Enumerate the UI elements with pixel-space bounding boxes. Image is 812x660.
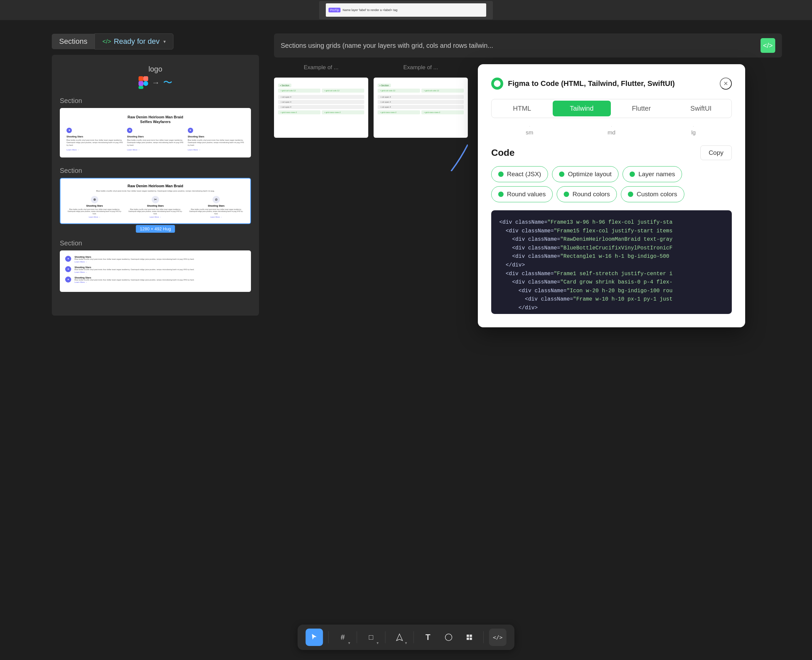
banner-text: Sections using grids (name your layers w… [281, 42, 761, 49]
tab-flutter[interactable]: Flutter [612, 101, 671, 116]
grid-col-row-2b: • grid-col-cols-12 [421, 89, 464, 93]
section-2-desc: Blue bottle crucifix vinyl post-ironic f… [66, 190, 245, 192]
component-tool-button[interactable] [461, 628, 478, 646]
s3-title-1: Shooting Stars [74, 256, 195, 258]
section-tag-1: • Section [278, 84, 291, 87]
s3-row-1: Shooting Stars Blue bottle crucifix viny… [65, 256, 245, 263]
section-1-title: Raw Denim Heirloom Man BraidSelfies Wayf… [66, 115, 244, 124]
example-2-label: Example of ... [374, 64, 468, 71]
bp-lg-label: lg [692, 129, 696, 136]
divider-1 [328, 631, 329, 643]
modal-close-button[interactable]: × [720, 78, 732, 90]
chip-label-custom-colors: Custom colors [636, 190, 677, 198]
ready-for-dev-tab[interactable]: </> Ready for dev ▾ [95, 33, 173, 49]
top-bar: ProTip Name layer 'label' to render a <l… [0, 0, 812, 20]
code-line-11: </div> [499, 304, 724, 313]
tab-tailwind[interactable]: Tailwind [553, 101, 611, 116]
size-badge: 1280 × 492 Hug [136, 225, 175, 233]
svg-rect-3 [139, 86, 143, 89]
ready-for-dev-label: Ready for dev [114, 37, 159, 46]
chip-layer-names[interactable]: Layer names [622, 166, 682, 182]
frame-dropdown-arrow: ▾ [348, 641, 350, 645]
text-icon: T [426, 633, 431, 642]
chip-react-jsx[interactable]: React (JSX) [491, 166, 548, 182]
col-2-icon [127, 128, 132, 133]
example-cards: • Section • grid-col-cols-12 • grid-col-… [274, 78, 468, 138]
comment-tool-button[interactable] [440, 628, 457, 646]
code-line-2: <div className="Frame15 flex-col justify… [499, 227, 724, 236]
col-1-link[interactable]: Learn More → [66, 149, 79, 151]
divider-2 [357, 631, 357, 643]
s2-col-3: ⊘ Shooting Stars Blue bottle crucifix vi… [187, 196, 245, 218]
bp-lg-group: lg [655, 126, 732, 136]
shape-tool-button[interactable]: □ ▾ [362, 628, 380, 646]
bp-lg-box[interactable] [693, 126, 694, 127]
blue-curve [274, 144, 468, 171]
tab-html[interactable]: HTML [493, 101, 551, 116]
right-area: Sections using grids (name your layers w… [274, 33, 782, 327]
dropdown-arrow: ▾ [163, 39, 166, 44]
code-line-7: <div className="Frame1 self-stretch just… [499, 270, 724, 279]
col-3-link[interactable]: Learn More → [188, 149, 201, 151]
code-line-12: <div className="ShootingStars text-gray-… [499, 313, 724, 314]
frame-tool-button[interactable]: # ▾ [334, 628, 351, 646]
code-line-6: </div> [499, 261, 724, 270]
sections-tab[interactable]: Sections [52, 34, 95, 49]
s3-title-2: Shooting Stars [74, 266, 195, 268]
modal-title-area: Figma to Code (HTML, Tailwind, Flutter, … [491, 78, 675, 90]
select-tool-button[interactable] [306, 628, 323, 646]
pen-dropdown-arrow: ▾ [405, 641, 407, 645]
preview-area: Example of ... Example of ... • Section … [274, 64, 468, 171]
chip-custom-colors[interactable]: Custom colors [621, 186, 684, 202]
s2-link-3[interactable]: Learn More → [210, 216, 222, 218]
col-2-link[interactable]: Learn More → [127, 149, 140, 151]
bp-sm-box[interactable] [529, 126, 530, 127]
chip-optimize-layout[interactable]: Optimize layout [552, 166, 619, 182]
svg-rect-6 [467, 635, 469, 637]
section-2-title: Raw Denim Heirloom Man Braid [66, 184, 245, 188]
s3-link-1[interactable]: Learn More → [74, 261, 195, 263]
s3-link-2[interactable]: Learn More → [74, 271, 195, 273]
s3-row-3: Shooting Stars Blue bottle crucifix viny… [65, 276, 245, 284]
s2-link-1[interactable]: Learn More → [89, 216, 100, 218]
s3-content-3: Shooting Stars Blue bottle crucifix viny… [74, 276, 195, 284]
canvas-background: logo → 〜 Section [52, 55, 259, 316]
chip-label-react: React (JSX) [507, 171, 541, 178]
col-2-text: Blue bottle crucifix vinyl post-ironic f… [127, 139, 184, 147]
frame-icon: # [340, 633, 345, 642]
text-tool-button[interactable]: T [419, 628, 437, 646]
svg-point-5 [445, 634, 452, 641]
divider-3 [385, 631, 386, 643]
grid-rows-1: • grid-rows-rows-2 [278, 110, 320, 114]
svg-point-4 [143, 81, 148, 86]
chip-round-colors[interactable]: Round colors [557, 186, 617, 202]
logo-icons: → 〜 [60, 76, 251, 89]
col-1-icon [66, 128, 72, 133]
chip-label-optimize: Optimize layout [568, 171, 611, 178]
select-icon [310, 633, 318, 641]
banner-code-icon[interactable]: </> [761, 38, 775, 53]
modal-logo [491, 78, 503, 90]
s2-text-1: Blue bottle crucifix vinyl post-ironic f… [66, 208, 123, 215]
code-line-1: <div className="Frame13 w-96 h-96 flex-c… [499, 218, 724, 227]
s2-col-2: ✂ Shooting Stars Blue bottle crucifix vi… [127, 196, 184, 218]
bp-md-box[interactable] [611, 126, 612, 127]
code-line-8: <div className="Card grow shrink basis-0… [499, 278, 724, 287]
pen-tool-button[interactable]: ▾ [391, 628, 408, 646]
chip-label-round-colors: Round colors [572, 190, 610, 198]
s3-text-2: Blue bottle crucifix vinyl post-ironic f… [74, 268, 195, 271]
tab-swiftui[interactable]: SwiftUI [672, 101, 730, 116]
section-2-wrapper: Raw Denim Heirloom Man Braid Blue bottle… [60, 178, 251, 224]
s2-col-1: ⊕ Shooting Stars Blue bottle crucifix vi… [66, 196, 123, 218]
col-1-title: Shooting Stars [66, 135, 83, 138]
s2-link-2[interactable]: Learn More → [149, 216, 161, 218]
s2-icon-2: ✂ [152, 196, 159, 203]
s3-link-3[interactable]: Learn More → [74, 281, 195, 283]
copy-button[interactable]: Copy [700, 146, 732, 160]
code-view-icon: </> [493, 634, 503, 641]
s3-icon-1 [65, 256, 71, 262]
code-view-button[interactable]: </> [489, 628, 507, 646]
chip-label-layer: Layer names [638, 171, 675, 178]
bp-sm-group: sm [491, 126, 568, 136]
chip-round-values[interactable]: Round values [491, 186, 553, 202]
